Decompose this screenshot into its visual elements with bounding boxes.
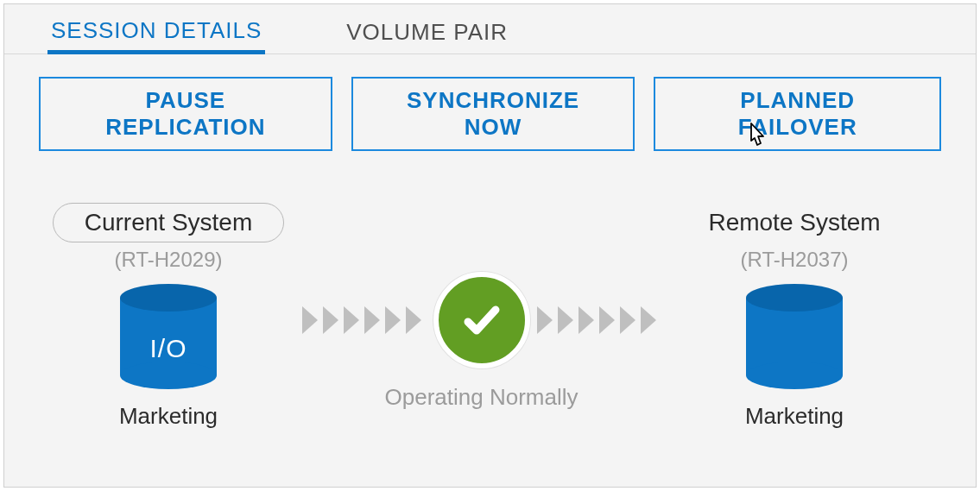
current-volume-icon: I/O xyxy=(120,284,217,389)
synchronize-now-button[interactable]: SYNCHRONIZE NOW xyxy=(351,77,635,151)
io-label: I/O xyxy=(120,334,217,363)
planned-failover-button[interactable]: PLANNED FAILOVER xyxy=(654,77,941,151)
remote-system-id: (RT-H2037) xyxy=(741,248,849,272)
current-system: Current System (RT-H2029) I/O Marketing xyxy=(39,203,298,430)
replication-diagram: Current System (RT-H2029) I/O Marketing xyxy=(4,151,976,430)
status-text: Operating Normally xyxy=(385,384,579,411)
replication-status: Operating Normally xyxy=(298,272,665,411)
check-icon xyxy=(458,296,506,344)
action-bar: PAUSE REPLICATION SYNCHRONIZE NOW PLANNE… xyxy=(4,54,976,151)
flow-row xyxy=(302,272,661,368)
session-panel: SESSION DETAILS VOLUME PAIR PAUSE REPLIC… xyxy=(3,3,977,488)
status-ok-icon xyxy=(433,272,530,368)
current-system-pill[interactable]: Current System xyxy=(53,203,285,242)
chevrons-right-icon xyxy=(537,306,661,334)
remote-volume-icon xyxy=(746,284,843,389)
remote-volume-name: Marketing xyxy=(745,403,844,430)
tab-session-details[interactable]: SESSION DETAILS xyxy=(47,17,265,54)
current-system-id: (RT-H2029) xyxy=(115,248,223,272)
tab-volume-pair[interactable]: VOLUME PAIR xyxy=(343,19,511,54)
current-volume-name: Marketing xyxy=(119,403,218,430)
chevrons-left-icon xyxy=(302,306,427,334)
pause-replication-button[interactable]: PAUSE REPLICATION xyxy=(39,77,332,151)
remote-system-title: Remote System xyxy=(708,203,880,242)
remote-system: Remote System (RT-H2037) Marketing xyxy=(665,203,924,430)
tab-bar: SESSION DETAILS VOLUME PAIR xyxy=(4,4,976,54)
